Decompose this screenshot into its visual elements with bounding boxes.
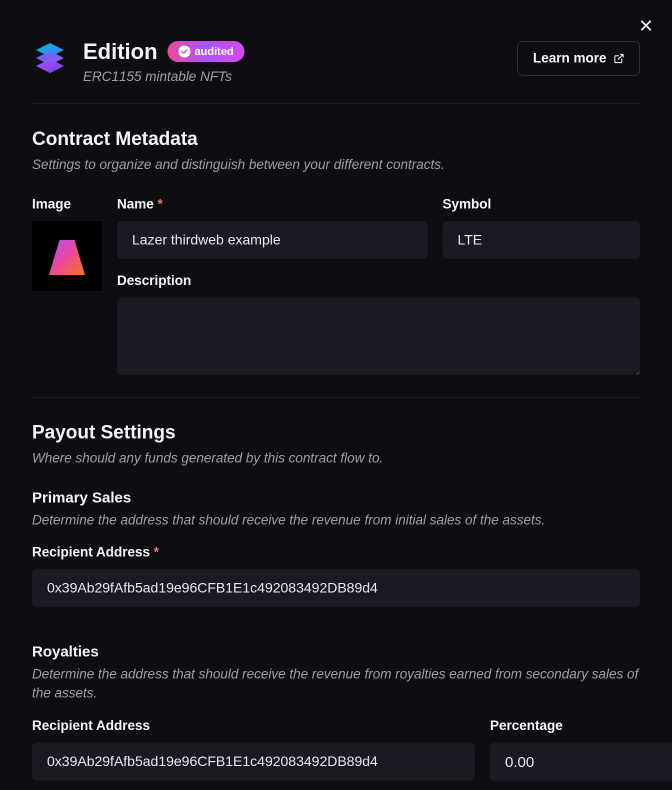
royalties-section: Royalties Determine the address that sho… <box>32 643 640 782</box>
primary-recipient-label: Recipient Address * <box>32 544 640 560</box>
page-title: Edition <box>83 39 158 64</box>
svg-line-0 <box>618 54 623 59</box>
close-icon: ✕ <box>638 17 654 35</box>
name-label: Name * <box>117 196 428 212</box>
audited-label: audited <box>194 45 234 58</box>
royalties-recipient-input[interactable] <box>32 742 475 780</box>
name-input[interactable] <box>117 221 428 259</box>
contract-metadata-section: Contract Metadata Settings to organize a… <box>32 104 640 377</box>
close-button[interactable]: ✕ <box>636 16 656 36</box>
percentage-label: Percentage <box>490 718 640 734</box>
royalties-desc: Determine the address that should receiv… <box>32 665 640 703</box>
page-subtitle: ERC1155 mintable NFTs <box>83 69 244 84</box>
symbol-input[interactable] <box>442 221 640 259</box>
learn-more-button[interactable]: Learn more <box>518 41 640 76</box>
audited-badge: audited <box>168 41 244 62</box>
learn-more-label: Learn more <box>533 50 606 66</box>
primary-sales-section: Primary Sales Determine the address that… <box>32 489 640 608</box>
edition-logo-icon <box>32 41 68 77</box>
primary-recipient-input[interactable] <box>32 569 640 607</box>
symbol-label: Symbol <box>442 196 640 212</box>
payout-title: Payout Settings <box>32 422 640 443</box>
payout-desc: Where should any funds generated by this… <box>32 449 640 468</box>
royalties-title: Royalties <box>32 643 640 660</box>
modal-header: Edition audited ERC1155 mintable NFTs Le… <box>32 15 640 104</box>
image-label: Image <box>32 196 102 212</box>
svg-marker-1 <box>49 240 85 275</box>
external-link-icon <box>614 53 624 64</box>
primary-sales-title: Primary Sales <box>32 489 640 506</box>
description-label: Description <box>117 273 640 288</box>
royalties-recipient-label: Recipient Address <box>32 718 475 734</box>
metadata-desc: Settings to organize and distinguish bet… <box>32 156 640 174</box>
percentage-input[interactable] <box>490 742 672 782</box>
header-left: Edition audited ERC1155 mintable NFTs <box>32 39 244 84</box>
nft-image-icon <box>42 231 92 281</box>
payout-settings-section: Payout Settings Where should any funds g… <box>32 398 640 782</box>
primary-sales-desc: Determine the address that should receiv… <box>32 511 640 530</box>
metadata-title: Contract Metadata <box>32 128 640 150</box>
image-upload[interactable] <box>32 221 102 291</box>
check-icon <box>178 46 190 58</box>
description-input[interactable] <box>117 298 640 375</box>
